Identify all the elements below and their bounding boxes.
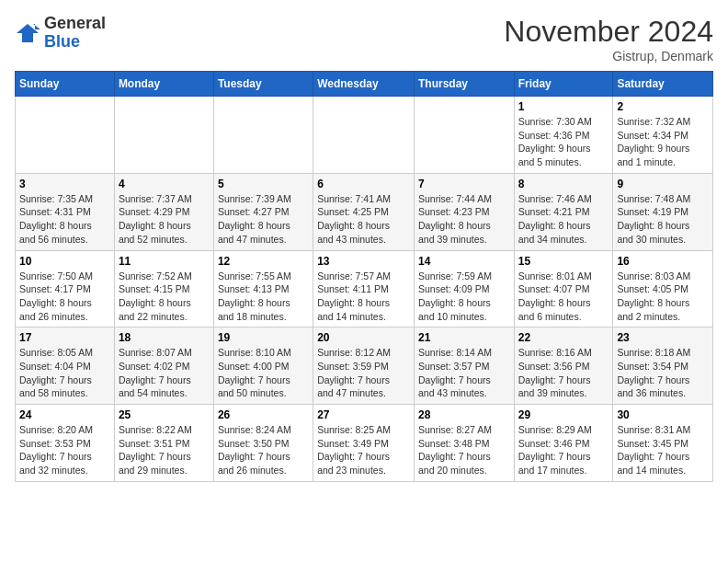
calendar-cell: 30Sunrise: 8:31 AM Sunset: 3:45 PM Dayli… bbox=[613, 405, 713, 482]
calendar-cell: 24Sunrise: 8:20 AM Sunset: 3:53 PM Dayli… bbox=[16, 405, 115, 482]
day-number: 20 bbox=[317, 331, 410, 344]
day-number: 21 bbox=[418, 331, 510, 344]
weekday-header-row: SundayMondayTuesdayWednesdayThursdayFrid… bbox=[16, 72, 713, 97]
calendar-cell: 14Sunrise: 7:59 AM Sunset: 4:09 PM Dayli… bbox=[414, 250, 514, 327]
calendar-body: 1Sunrise: 7:30 AM Sunset: 4:36 PM Daylig… bbox=[16, 97, 713, 482]
day-info: Sunrise: 7:50 AM Sunset: 4:17 PM Dayligh… bbox=[19, 270, 110, 324]
day-number: 10 bbox=[19, 255, 110, 268]
calendar-cell: 10Sunrise: 7:50 AM Sunset: 4:17 PM Dayli… bbox=[16, 250, 115, 327]
weekday-header-wednesday: Wednesday bbox=[313, 72, 415, 97]
calendar-cell: 1Sunrise: 7:30 AM Sunset: 4:36 PM Daylig… bbox=[514, 97, 613, 174]
day-info: Sunrise: 7:35 AM Sunset: 4:31 PM Dayligh… bbox=[19, 192, 110, 247]
calendar-cell: 27Sunrise: 8:25 AM Sunset: 3:49 PM Dayli… bbox=[313, 405, 415, 482]
day-number: 5 bbox=[218, 178, 309, 190]
calendar-table: SundayMondayTuesdayWednesdayThursdayFrid… bbox=[15, 71, 713, 482]
logo-icon bbox=[15, 20, 40, 46]
calendar-cell: 11Sunrise: 7:52 AM Sunset: 4:15 PM Dayli… bbox=[114, 250, 213, 327]
calendar-cell: 25Sunrise: 8:22 AM Sunset: 3:51 PM Dayli… bbox=[114, 405, 213, 482]
calendar-cell: 13Sunrise: 7:57 AM Sunset: 4:11 PM Dayli… bbox=[313, 250, 415, 327]
day-info: Sunrise: 8:03 AM Sunset: 4:05 PM Dayligh… bbox=[617, 270, 709, 324]
day-number: 19 bbox=[218, 331, 309, 344]
day-info: Sunrise: 7:55 AM Sunset: 4:13 PM Dayligh… bbox=[218, 270, 309, 324]
weekday-header-thursday: Thursday bbox=[414, 72, 514, 97]
day-number: 26 bbox=[218, 408, 309, 421]
day-number: 7 bbox=[418, 178, 510, 190]
calendar-cell bbox=[414, 97, 514, 174]
day-number: 16 bbox=[617, 255, 709, 268]
day-info: Sunrise: 7:30 AM Sunset: 4:36 PM Dayligh… bbox=[518, 115, 609, 169]
day-number: 25 bbox=[119, 408, 210, 421]
day-info: Sunrise: 7:57 AM Sunset: 4:11 PM Dayligh… bbox=[317, 270, 410, 324]
day-number: 1 bbox=[518, 100, 609, 113]
calendar-cell: 2Sunrise: 7:32 AM Sunset: 4:34 PM Daylig… bbox=[613, 97, 713, 174]
day-info: Sunrise: 7:32 AM Sunset: 4:34 PM Dayligh… bbox=[617, 115, 709, 169]
day-info: Sunrise: 8:27 AM Sunset: 3:48 PM Dayligh… bbox=[418, 423, 510, 477]
weekday-header-friday: Friday bbox=[514, 72, 613, 97]
calendar-cell: 19Sunrise: 8:10 AM Sunset: 4:00 PM Dayli… bbox=[213, 327, 313, 405]
logo-general-text: General bbox=[44, 14, 106, 32]
day-info: Sunrise: 8:29 AM Sunset: 3:46 PM Dayligh… bbox=[518, 423, 609, 477]
svg-marker-1 bbox=[33, 24, 40, 29]
day-info: Sunrise: 7:52 AM Sunset: 4:15 PM Dayligh… bbox=[119, 270, 210, 324]
day-number: 2 bbox=[617, 100, 709, 113]
day-info: Sunrise: 8:20 AM Sunset: 3:53 PM Dayligh… bbox=[19, 423, 110, 477]
day-info: Sunrise: 8:12 AM Sunset: 3:59 PM Dayligh… bbox=[317, 346, 410, 400]
day-number: 23 bbox=[617, 331, 709, 344]
day-number: 24 bbox=[19, 408, 110, 421]
weekday-header-tuesday: Tuesday bbox=[213, 72, 313, 97]
day-info: Sunrise: 7:37 AM Sunset: 4:29 PM Dayligh… bbox=[119, 192, 210, 247]
calendar-week-2: 3Sunrise: 7:35 AM Sunset: 4:31 PM Daylig… bbox=[16, 173, 713, 250]
day-number: 29 bbox=[518, 408, 609, 421]
day-info: Sunrise: 8:10 AM Sunset: 4:00 PM Dayligh… bbox=[218, 346, 309, 400]
calendar-cell bbox=[313, 97, 415, 174]
day-info: Sunrise: 7:48 AM Sunset: 4:19 PM Dayligh… bbox=[617, 192, 709, 247]
calendar-cell: 5Sunrise: 7:39 AM Sunset: 4:27 PM Daylig… bbox=[213, 173, 313, 250]
day-number: 15 bbox=[518, 255, 609, 268]
calendar-cell: 12Sunrise: 7:55 AM Sunset: 4:13 PM Dayli… bbox=[213, 250, 313, 327]
day-number: 14 bbox=[418, 255, 510, 268]
day-number: 4 bbox=[119, 178, 210, 190]
day-number: 6 bbox=[317, 178, 410, 190]
day-info: Sunrise: 7:39 AM Sunset: 4:27 PM Dayligh… bbox=[218, 192, 309, 247]
day-number: 8 bbox=[518, 178, 609, 190]
calendar-cell: 6Sunrise: 7:41 AM Sunset: 4:25 PM Daylig… bbox=[313, 173, 415, 250]
calendar-cell: 21Sunrise: 8:14 AM Sunset: 3:57 PM Dayli… bbox=[414, 327, 514, 405]
day-number: 30 bbox=[617, 408, 709, 421]
calendar-cell bbox=[213, 97, 313, 174]
day-info: Sunrise: 8:24 AM Sunset: 3:50 PM Dayligh… bbox=[218, 423, 309, 477]
day-number: 13 bbox=[317, 255, 410, 268]
calendar-week-4: 17Sunrise: 8:05 AM Sunset: 4:04 PM Dayli… bbox=[16, 327, 713, 405]
logo-blue-text: Blue bbox=[44, 32, 80, 51]
day-info: Sunrise: 8:14 AM Sunset: 3:57 PM Dayligh… bbox=[418, 346, 510, 400]
calendar-cell: 17Sunrise: 8:05 AM Sunset: 4:04 PM Dayli… bbox=[16, 327, 115, 405]
day-number: 27 bbox=[317, 408, 410, 421]
calendar-cell bbox=[16, 97, 115, 174]
day-number: 28 bbox=[418, 408, 510, 421]
day-number: 18 bbox=[119, 331, 210, 344]
day-info: Sunrise: 7:44 AM Sunset: 4:23 PM Dayligh… bbox=[418, 192, 510, 247]
calendar-cell: 15Sunrise: 8:01 AM Sunset: 4:07 PM Dayli… bbox=[514, 250, 613, 327]
day-info: Sunrise: 7:59 AM Sunset: 4:09 PM Dayligh… bbox=[418, 270, 510, 324]
calendar-week-5: 24Sunrise: 8:20 AM Sunset: 3:53 PM Dayli… bbox=[16, 405, 713, 482]
day-info: Sunrise: 8:01 AM Sunset: 4:07 PM Dayligh… bbox=[518, 270, 609, 324]
calendar-cell: 18Sunrise: 8:07 AM Sunset: 4:02 PM Dayli… bbox=[114, 327, 213, 405]
day-number: 11 bbox=[119, 255, 210, 268]
calendar-cell: 16Sunrise: 8:03 AM Sunset: 4:05 PM Dayli… bbox=[613, 250, 713, 327]
day-info: Sunrise: 8:31 AM Sunset: 3:45 PM Dayligh… bbox=[617, 423, 709, 477]
calendar-cell: 22Sunrise: 8:16 AM Sunset: 3:56 PM Dayli… bbox=[514, 327, 613, 405]
calendar-cell: 4Sunrise: 7:37 AM Sunset: 4:29 PM Daylig… bbox=[114, 173, 213, 250]
weekday-header-saturday: Saturday bbox=[613, 72, 713, 97]
weekday-header-sunday: Sunday bbox=[16, 72, 115, 97]
day-number: 9 bbox=[617, 178, 709, 190]
day-number: 3 bbox=[19, 178, 110, 190]
day-info: Sunrise: 8:22 AM Sunset: 3:51 PM Dayligh… bbox=[119, 423, 210, 477]
page-header: General Blue November 2024 Gistrup, Denm… bbox=[15, 15, 713, 63]
location: Gistrup, Denmark bbox=[504, 49, 713, 63]
day-info: Sunrise: 8:25 AM Sunset: 3:49 PM Dayligh… bbox=[317, 423, 410, 477]
day-number: 22 bbox=[518, 331, 609, 344]
weekday-header-monday: Monday bbox=[114, 72, 213, 97]
calendar-cell: 3Sunrise: 7:35 AM Sunset: 4:31 PM Daylig… bbox=[16, 173, 115, 250]
calendar-cell: 7Sunrise: 7:44 AM Sunset: 4:23 PM Daylig… bbox=[414, 173, 514, 250]
calendar-cell: 23Sunrise: 8:18 AM Sunset: 3:54 PM Dayli… bbox=[613, 327, 713, 405]
month-title: November 2024 bbox=[504, 15, 713, 49]
